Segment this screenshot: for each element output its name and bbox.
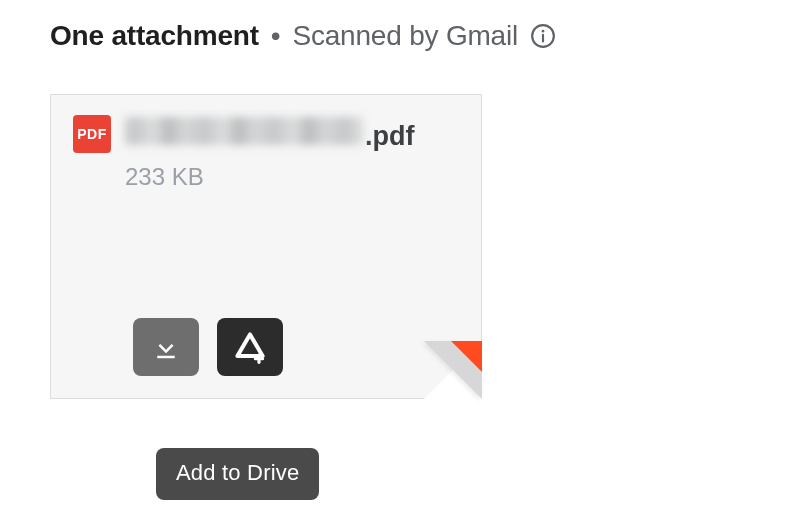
pdf-badge-icon: PDF — [73, 115, 111, 153]
info-icon[interactable] — [530, 23, 556, 49]
attachments-title: One attachment — [50, 20, 259, 52]
file-header-row: PDF .pdf — [73, 115, 459, 153]
drive-add-icon — [232, 330, 268, 364]
attachments-header: One attachment • Scanned by Gmail — [50, 20, 750, 52]
attachment-card[interactable]: PDF .pdf 233 KB — [50, 94, 482, 399]
filename-redacted — [125, 117, 363, 145]
scanned-by-label: Scanned by Gmail — [292, 20, 518, 52]
page-curl-icon — [424, 341, 482, 399]
file-extension: .pdf — [365, 121, 414, 152]
svg-rect-3 — [157, 356, 175, 359]
download-button[interactable] — [133, 318, 199, 376]
add-to-drive-tooltip: Add to Drive — [156, 448, 319, 500]
separator-dot: • — [271, 20, 281, 52]
file-size: 233 KB — [125, 163, 459, 191]
svg-point-2 — [542, 30, 545, 33]
add-to-drive-button[interactable] — [217, 318, 283, 376]
download-icon — [151, 332, 181, 362]
filename: .pdf — [125, 117, 414, 152]
attachment-actions — [133, 318, 283, 376]
